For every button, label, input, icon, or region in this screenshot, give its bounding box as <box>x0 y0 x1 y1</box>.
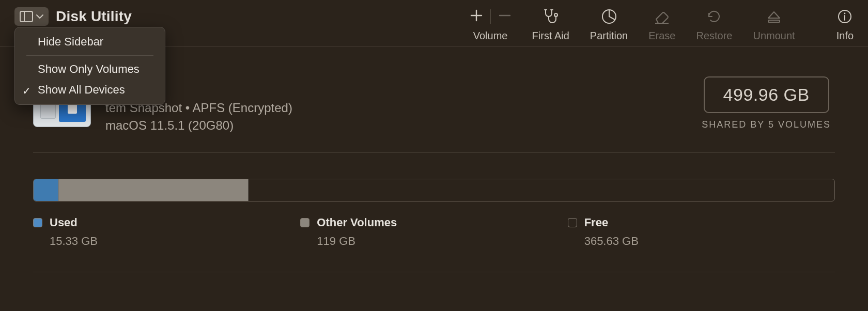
minus-icon[interactable] <box>498 9 512 24</box>
menu-show-all-devices[interactable]: ✓ Show All Devices <box>15 80 165 100</box>
erase-button: Erase <box>648 6 675 42</box>
checkmark-icon: ✓ <box>22 84 31 98</box>
info-icon <box>837 6 853 27</box>
menu-separator <box>26 55 153 56</box>
legend-free: Free 365.63 GB <box>568 216 835 248</box>
volume-os-version: macOS 11.5.1 (20G80) <box>105 118 292 133</box>
volume-action-group: Volume <box>470 6 512 42</box>
stethoscope-icon <box>542 6 560 27</box>
legend-used-label: Used <box>50 216 78 229</box>
legend-used: Used 15.33 GB <box>33 216 300 248</box>
menu-show-only-volumes[interactable]: Show Only Volumes <box>15 59 165 80</box>
divider <box>33 152 835 153</box>
swatch-free <box>568 218 577 227</box>
usage-segment-used <box>34 179 58 201</box>
capacity-total: 499.96 GB <box>704 76 829 113</box>
swatch-used <box>33 218 42 227</box>
usage-legend: Used 15.33 GB Other Volumes 119 GB Free … <box>33 216 835 248</box>
chevron-down-icon <box>36 14 43 19</box>
info-label: Info <box>836 30 854 42</box>
partition-label: Partition <box>590 30 628 42</box>
unmount-button: Unmount <box>753 6 795 42</box>
sidebar-icon <box>20 11 33 22</box>
usage-segment-other <box>58 179 249 201</box>
legend-other: Other Volumes 119 GB <box>300 216 567 248</box>
toolbar-left: Disk Utility <box>14 4 132 26</box>
erase-icon <box>653 6 671 27</box>
legend-used-value: 15.33 GB <box>33 235 300 248</box>
divider <box>490 9 491 24</box>
first-aid-button[interactable]: First Aid <box>532 6 569 42</box>
sidebar-toggle-button[interactable] <box>14 7 49 26</box>
usage-segment-free <box>249 179 834 201</box>
info-button[interactable]: Info <box>836 6 854 42</box>
svg-rect-5 <box>768 20 780 22</box>
swatch-other <box>300 218 309 227</box>
menu-show-all-devices-label: Show All Devices <box>38 83 125 96</box>
legend-free-value: 365.63 GB <box>568 235 835 248</box>
legend-free-label: Free <box>584 216 608 229</box>
toolbar-actions: Volume First Aid Partition <box>470 4 854 42</box>
app-title: Disk Utility <box>56 8 132 25</box>
svg-point-2 <box>554 13 557 17</box>
menu-hide-sidebar[interactable]: Hide Sidebar <box>15 32 165 52</box>
svg-point-7 <box>844 13 846 14</box>
partition-icon <box>601 6 617 27</box>
volume-label: Volume <box>473 30 508 42</box>
sidebar-view-menu: Hide Sidebar Show Only Volumes ✓ Show Al… <box>14 27 165 105</box>
unmount-label: Unmount <box>753 30 795 42</box>
restore-label: Restore <box>696 30 732 42</box>
partition-button[interactable]: Partition <box>590 6 628 42</box>
plus-icon[interactable] <box>470 9 483 24</box>
first-aid-label: First Aid <box>532 30 569 42</box>
capacity-panel: 499.96 GB SHARED BY 5 VOLUMES <box>702 76 831 130</box>
divider <box>33 272 835 272</box>
legend-other-value: 119 GB <box>300 235 567 248</box>
restore-icon <box>706 6 722 27</box>
usage-bar <box>33 179 835 201</box>
erase-label: Erase <box>648 30 675 42</box>
svg-rect-0 <box>20 11 33 22</box>
legend-other-label: Other Volumes <box>317 216 397 229</box>
restore-button: Restore <box>696 6 732 42</box>
eject-icon <box>766 6 782 27</box>
capacity-shared-by: SHARED BY 5 VOLUMES <box>702 119 831 130</box>
